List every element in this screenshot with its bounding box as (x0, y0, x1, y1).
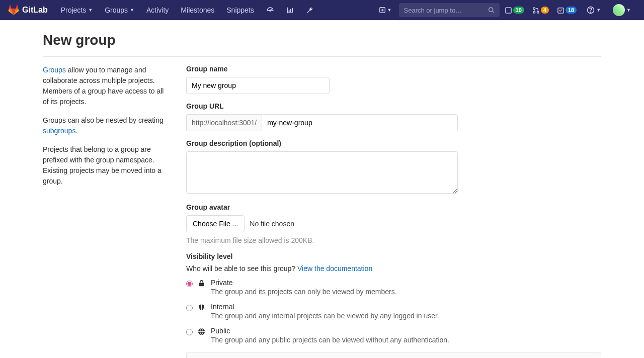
shield-icon (198, 304, 206, 311)
group-name-label: Group name (186, 65, 601, 73)
group-url-prefix: http://localhost:3001/ (186, 114, 262, 131)
svg-rect-4 (290, 9, 291, 12)
lock-icon (198, 280, 206, 287)
svg-rect-3 (288, 10, 289, 12)
group-url-label: Group URL (186, 102, 601, 110)
svg-rect-2 (287, 12, 293, 13)
svg-point-7 (489, 8, 493, 12)
svg-point-14 (591, 12, 591, 12)
globe-icon (198, 328, 206, 335)
gitlab-logo[interactable]: GitLab (8, 5, 48, 16)
chevron-down-icon: ▼ (387, 8, 392, 13)
group-url-input[interactable] (262, 114, 458, 131)
tanuki-icon (8, 5, 19, 16)
form-actions: Create group Cancel (186, 352, 601, 358)
chevron-down-icon: ▼ (130, 8, 134, 13)
svg-point-10 (533, 11, 535, 13)
svg-rect-8 (505, 7, 511, 13)
chart-icon[interactable] (281, 0, 299, 20)
group-desc-input[interactable] (186, 151, 458, 194)
plus-menu[interactable]: ▼ (374, 0, 397, 20)
visibility-public-option[interactable]: Public The group and any public projects… (186, 327, 601, 344)
group-avatar-label: Group avatar (186, 203, 601, 211)
dashboard-icon[interactable] (261, 0, 279, 20)
visibility-internal-radio[interactable] (186, 305, 193, 311)
issues-counter[interactable]: 10 (502, 7, 527, 14)
todos-counter[interactable]: 18 (554, 7, 580, 14)
chevron-down-icon: ▼ (626, 8, 631, 13)
search-icon (488, 7, 495, 14)
top-navbar: GitLab Projects▼ Groups▼ Activity Milest… (0, 0, 644, 20)
visibility-private-option[interactable]: Private The group and its projects can o… (186, 279, 601, 296)
help-menu[interactable]: ▼ (582, 0, 606, 20)
new-group-form: Group name Group URL http://localhost:30… (186, 65, 601, 358)
nav-milestones[interactable]: Milestones (176, 0, 219, 20)
page-title: New group (43, 32, 601, 57)
user-menu[interactable]: ▼ (608, 0, 636, 20)
chevron-down-icon: ▼ (596, 8, 601, 13)
choose-file-button[interactable]: Choose File ... (186, 215, 245, 232)
visibility-doc-link[interactable]: View the documentation (297, 264, 372, 273)
visibility-public-radio[interactable] (186, 329, 193, 335)
nav-snippets[interactable]: Snippets (221, 0, 259, 20)
svg-rect-5 (292, 8, 293, 12)
svg-point-11 (537, 11, 539, 13)
search-input[interactable] (404, 7, 488, 14)
svg-rect-15 (199, 283, 204, 287)
svg-rect-1 (287, 7, 288, 13)
groups-link[interactable]: Groups (43, 66, 66, 74)
chevron-down-icon: ▼ (88, 8, 93, 13)
subgroups-link[interactable]: subgroups (43, 127, 75, 135)
svg-point-9 (533, 7, 535, 9)
wrench-icon[interactable] (301, 0, 318, 20)
file-help-text: The maximum file size allowed is 200KB. (186, 236, 601, 244)
nav-activity[interactable]: Activity (141, 0, 174, 20)
visibility-internal-option[interactable]: Internal The group and any internal proj… (186, 303, 601, 320)
visibility-private-radio[interactable] (186, 281, 193, 287)
no-file-text: No file chosen (250, 220, 294, 228)
nav-projects[interactable]: Projects▼ (56, 0, 98, 20)
visibility-label: Visibility level (186, 252, 601, 260)
search-box[interactable] (399, 3, 500, 17)
group-desc-label: Group description (optional) (186, 139, 601, 147)
avatar (613, 4, 625, 16)
info-sidebar: Groups allow you to manage and collabora… (43, 65, 171, 358)
brand-text: GitLab (22, 6, 48, 15)
group-name-input[interactable] (186, 77, 330, 94)
merge-requests-counter[interactable]: 4 (529, 7, 552, 14)
nav-groups[interactable]: Groups▼ (100, 0, 139, 20)
